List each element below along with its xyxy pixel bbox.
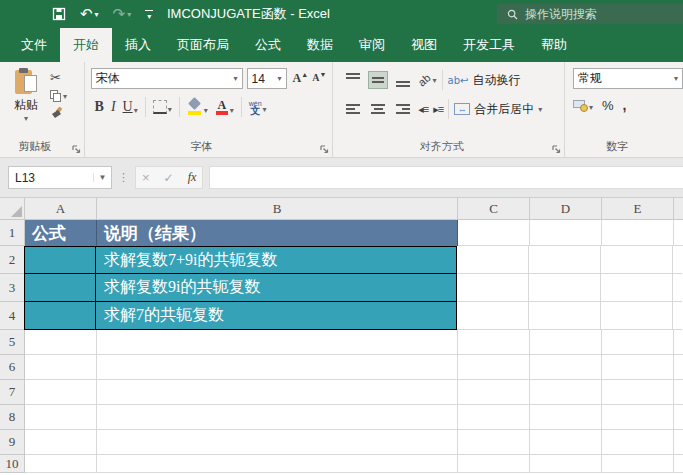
align-left-button[interactable] — [343, 100, 363, 118]
customize-qat-button[interactable]: ▾ — [145, 10, 153, 19]
borders-button[interactable]: ▾ — [153, 100, 172, 114]
cell-d4[interactable] — [529, 302, 601, 330]
cell-b6[interactable] — [97, 355, 458, 380]
cancel-button[interactable]: × — [142, 170, 150, 185]
row-header-2[interactable]: 2 — [0, 246, 25, 274]
column-header-c[interactable]: C — [458, 198, 530, 220]
tab-page-layout[interactable]: 页面布局 — [164, 28, 242, 62]
copy-button[interactable]: ▾ — [50, 90, 67, 102]
cell-a4[interactable] — [24, 302, 96, 330]
column-header-d[interactable]: D — [530, 198, 602, 220]
cell-d9[interactable] — [530, 430, 602, 455]
alignment-dialog-launcher[interactable] — [551, 144, 561, 154]
cell-f5[interactable] — [674, 330, 683, 355]
cell-e3[interactable] — [601, 274, 673, 302]
cell-c8[interactable] — [458, 405, 530, 430]
cell-f10[interactable] — [674, 455, 683, 473]
wrap-text-button[interactable]: ab↩ 自动换行 — [448, 72, 521, 89]
chevron-down-icon[interactable]: ▼ — [93, 173, 111, 182]
cell-a9[interactable] — [25, 430, 97, 455]
tab-formulas[interactable]: 公式 — [242, 28, 294, 62]
cell-b3[interactable]: 求解复数9i的共轭复数 — [96, 274, 457, 302]
column-header-e[interactable]: E — [602, 198, 674, 220]
cell-d5[interactable] — [530, 330, 602, 355]
paste-button[interactable]: 粘贴 ▾ — [8, 68, 44, 123]
cell-a8[interactable] — [25, 405, 97, 430]
cell-b10[interactable] — [97, 455, 458, 473]
percent-style-button[interactable]: % — [602, 98, 614, 113]
row-header-3[interactable]: 3 — [0, 274, 25, 302]
decrease-indent-button[interactable]: ◂≡ — [418, 103, 428, 116]
cell-c9[interactable] — [458, 430, 530, 455]
insert-function-button[interactable]: fx — [188, 170, 197, 185]
clipboard-dialog-launcher[interactable] — [71, 144, 81, 154]
increase-indent-button[interactable]: ▸≡ — [433, 103, 443, 116]
row-header-7[interactable]: 7 — [0, 380, 25, 405]
italic-button[interactable]: I — [111, 99, 116, 115]
cell-a2[interactable] — [24, 246, 96, 274]
cell-e2[interactable] — [601, 246, 673, 274]
cell-b5[interactable] — [97, 330, 458, 355]
tell-me-search[interactable]: 操作说明搜索 — [497, 4, 683, 24]
tab-file[interactable]: 文件 — [8, 28, 60, 62]
column-header-partial[interactable] — [674, 198, 683, 220]
cell-c6[interactable] — [458, 355, 530, 380]
decrease-font-size-button[interactable]: A▼ — [312, 71, 326, 86]
font-name-combo[interactable]: 宋体 ▾ — [91, 68, 243, 89]
tab-view[interactable]: 视图 — [398, 28, 450, 62]
cell-c1[interactable] — [458, 220, 530, 246]
font-dialog-launcher[interactable] — [319, 144, 329, 154]
cell-d6[interactable] — [530, 355, 602, 380]
cell-e4[interactable] — [601, 302, 673, 330]
row-header-8[interactable]: 8 — [0, 405, 25, 430]
cell-c3[interactable] — [457, 274, 529, 302]
cell-c4[interactable] — [457, 302, 529, 330]
cell-c5[interactable] — [458, 330, 530, 355]
tab-data[interactable]: 数据 — [294, 28, 346, 62]
cell-c2[interactable] — [457, 246, 529, 274]
cell-a10[interactable] — [25, 455, 97, 473]
cell-f3[interactable] — [673, 274, 682, 302]
cell-e10[interactable] — [602, 455, 674, 473]
redo-button[interactable]: ↷▾ — [113, 7, 132, 22]
cell-a5[interactable] — [25, 330, 97, 355]
cell-b9[interactable] — [97, 430, 458, 455]
cell-f2[interactable] — [673, 246, 682, 274]
middle-align-button[interactable] — [368, 71, 388, 89]
cell-d3[interactable] — [529, 274, 601, 302]
number-format-combo[interactable]: 常规 ▾ — [573, 68, 683, 89]
cell-f4[interactable] — [673, 302, 682, 330]
select-all-button[interactable] — [0, 198, 25, 220]
align-center-button[interactable] — [368, 100, 388, 118]
cell-e6[interactable] — [602, 355, 674, 380]
bold-button[interactable]: B — [95, 99, 104, 115]
cell-b8[interactable] — [97, 405, 458, 430]
row-header-10[interactable]: 10 — [0, 455, 25, 473]
cell-e8[interactable] — [602, 405, 674, 430]
font-size-combo[interactable]: 14 ▾ — [247, 68, 287, 89]
tab-review[interactable]: 审阅 — [346, 28, 398, 62]
cell-f1[interactable] — [674, 220, 683, 246]
tab-insert[interactable]: 插入 — [112, 28, 164, 62]
cell-d8[interactable] — [530, 405, 602, 430]
column-header-b[interactable]: B — [97, 198, 458, 220]
cell-b4[interactable]: 求解7的共轭复数 — [96, 302, 457, 330]
tab-home[interactable]: 开始 — [60, 28, 112, 62]
cell-f9[interactable] — [674, 430, 683, 455]
orientation-button[interactable]: ab ▾ — [418, 74, 436, 86]
increase-font-size-button[interactable]: A▲ — [293, 71, 309, 86]
cell-b7[interactable] — [97, 380, 458, 405]
fill-color-button[interactable]: ▾ — [187, 99, 208, 115]
cell-c10[interactable] — [458, 455, 530, 473]
cell-b1[interactable]: 说明（结果） — [97, 220, 458, 246]
cell-e5[interactable] — [602, 330, 674, 355]
cut-button[interactable]: ✂ — [50, 70, 61, 85]
row-header-1[interactable]: 1 — [0, 220, 25, 246]
cell-a3[interactable] — [24, 274, 96, 302]
row-header-4[interactable]: 4 — [0, 302, 25, 330]
cell-d1[interactable] — [530, 220, 602, 246]
name-box[interactable]: L13 ▼ — [8, 166, 112, 189]
row-header-5[interactable]: 5 — [0, 330, 25, 355]
phonetic-guide-button[interactable]: wén 文 ▾ — [249, 100, 267, 114]
undo-button[interactable]: ↶▾ — [80, 7, 99, 22]
